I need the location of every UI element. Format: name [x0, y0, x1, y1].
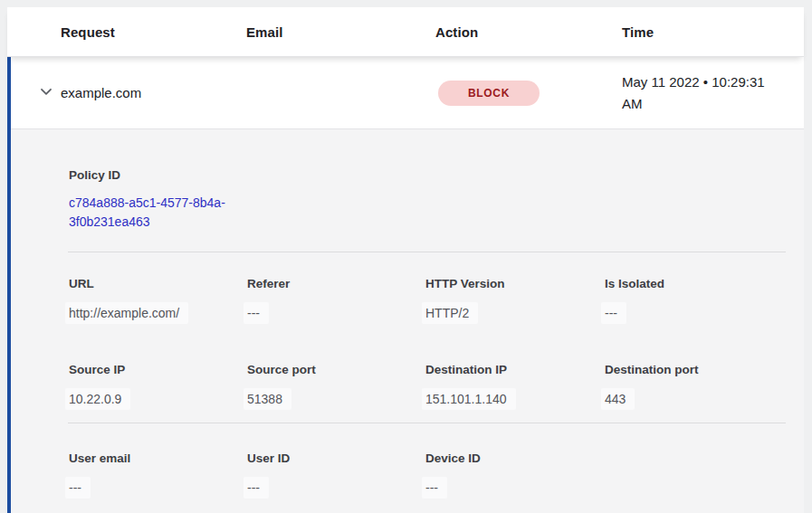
- policy-section: Policy ID c784a888-a5c1-4577-8b4a-3f0b23…: [11, 129, 804, 252]
- column-header-time: Time: [622, 24, 804, 40]
- field-label: URL: [69, 276, 247, 292]
- field-value: HTTP/2: [422, 302, 478, 324]
- field-value: ---: [65, 477, 91, 499]
- field-http-version: HTTP Version HTTP/2: [425, 276, 605, 324]
- field-value: 51388: [244, 388, 291, 410]
- field-label: Destination port: [605, 362, 786, 378]
- row-time-value: May 11 2022 • 10:29:31 AM: [622, 71, 804, 115]
- field-policy-id: Policy ID c784a888-a5c1-4577-8b4a-3f0b23…: [69, 167, 786, 232]
- field-source-ip: Source IP 10.22.0.9: [69, 362, 247, 410]
- row-detail-panel: Policy ID c784a888-a5c1-4577-8b4a-3f0b23…: [11, 129, 804, 513]
- field-value: 10.22.0.9: [65, 388, 130, 410]
- row-expand-toggle[interactable]: [36, 83, 56, 103]
- user-details-section: User email --- User ID --- Device ID ---: [11, 423, 804, 508]
- field-is-isolated: Is Isolated ---: [605, 276, 786, 324]
- field-value: ---: [422, 477, 447, 499]
- field-label: Referer: [247, 276, 425, 292]
- field-value: 151.101.1.140: [422, 388, 516, 410]
- field-label: Source port: [247, 362, 425, 378]
- field-label: Policy ID: [69, 167, 786, 184]
- log-table-card: Request Email Action Time example.com: [7, 7, 804, 513]
- policy-id-link[interactable]: c784a888-a5c1-4577-8b4a-3f0b231ea463: [69, 194, 254, 232]
- field-value: 443: [601, 388, 635, 410]
- field-destination-port: Destination port 443: [605, 362, 786, 410]
- row-action-cell: BLOCK: [435, 81, 622, 106]
- empty-cell: [605, 451, 786, 499]
- action-block-badge: BLOCK: [438, 81, 540, 106]
- field-value: ---: [244, 302, 269, 324]
- field-label: Device ID: [425, 451, 605, 467]
- chevron-down-icon: [38, 83, 54, 102]
- field-user-id: User ID ---: [247, 451, 425, 499]
- field-value: ---: [244, 477, 269, 499]
- request-details-section: URL http://example.com/ Referer --- HTTP…: [11, 252, 804, 423]
- log-viewer-screen: Request Email Action Time example.com: [0, 0, 812, 513]
- field-label: User ID: [247, 451, 425, 467]
- log-row[interactable]: example.com BLOCK May 11 2022 • 10:29:31…: [11, 57, 804, 129]
- expanded-row-group: example.com BLOCK May 11 2022 • 10:29:31…: [7, 57, 804, 513]
- field-source-port: Source port 51388: [247, 362, 425, 410]
- field-url: URL http://example.com/: [69, 276, 247, 324]
- column-header-action: Action: [435, 24, 622, 40]
- column-header-email: Email: [246, 24, 435, 40]
- table-header-row: Request Email Action Time: [7, 7, 804, 57]
- field-label: Is Isolated: [605, 276, 786, 292]
- column-header-request: Request: [61, 24, 246, 40]
- field-value: ---: [601, 302, 626, 324]
- field-label: User email: [69, 451, 247, 467]
- field-destination-ip: Destination IP 151.101.1.140: [425, 362, 605, 410]
- field-referer: Referer ---: [247, 276, 425, 324]
- field-device-id: Device ID ---: [425, 451, 605, 499]
- field-label: Destination IP: [425, 362, 605, 378]
- field-value: http://example.com/: [65, 302, 188, 324]
- field-label: Source IP: [69, 362, 247, 378]
- field-label: HTTP Version: [425, 276, 605, 292]
- row-request-value: example.com: [61, 85, 246, 100]
- field-user-email: User email ---: [69, 451, 247, 499]
